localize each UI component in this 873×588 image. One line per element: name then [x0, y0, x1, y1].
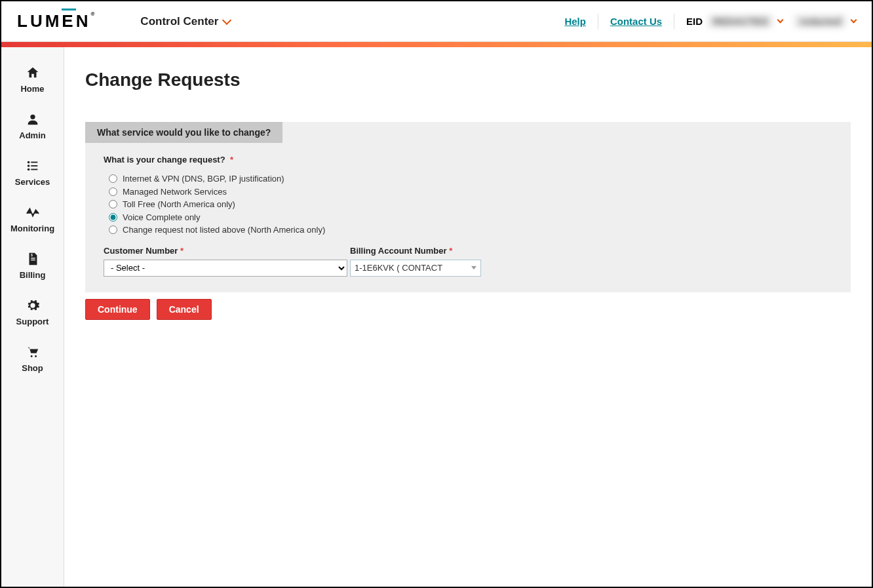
billing-account-combobox[interactable]: 1-1E6KVK ( CONTACT — [350, 260, 481, 277]
radio-input[interactable] — [109, 174, 117, 183]
eid-menu[interactable]: EID REDACTED — [674, 14, 783, 28]
svg-rect-2 — [31, 162, 37, 163]
sidebar-item-label: Home — [20, 84, 44, 94]
sidebar-item-admin[interactable]: Admin — [1, 112, 64, 140]
continue-button[interactable]: Continue — [85, 299, 150, 320]
svg-point-3 — [27, 165, 29, 167]
home-icon — [26, 66, 40, 80]
radio-option-voice-complete[interactable]: Voice Complete only — [109, 211, 832, 224]
gear-icon — [26, 298, 40, 313]
lumen-logo: LUMEN® — [17, 11, 94, 31]
radio-label: Toll Free (North America only) — [123, 198, 235, 211]
svg-point-0 — [30, 115, 35, 119]
eid-value: REDACTED — [708, 14, 773, 28]
svg-point-10 — [30, 355, 32, 357]
question-label: What is your change request? * — [104, 155, 832, 165]
main-content: Change Requests What service would you l… — [64, 47, 872, 587]
customer-number-label: Customer Number * — [104, 246, 347, 256]
activity-icon — [26, 205, 40, 220]
sidebar-item-label: Shop — [22, 363, 43, 373]
sidebar-item-monitoring[interactable]: Monitoring — [1, 205, 64, 233]
chevron-down-icon — [222, 15, 231, 24]
sidebar: Home Admin Services Monitoring $ Billing… — [1, 47, 64, 587]
billing-account-label: Billing Account Number * — [350, 246, 481, 256]
sidebar-item-services[interactable]: Services — [1, 159, 64, 187]
cancel-button[interactable]: Cancel — [157, 299, 212, 320]
user-name: redacted — [794, 14, 846, 28]
change-request-panel: What service would you like to change? W… — [85, 122, 851, 292]
chevron-down-icon — [851, 17, 857, 24]
radio-label: Voice Complete only — [123, 211, 201, 224]
sidebar-item-label: Monitoring — [10, 224, 54, 233]
sidebar-item-label: Services — [15, 177, 50, 187]
caret-down-icon — [471, 266, 476, 269]
user-icon — [26, 112, 40, 127]
sidebar-item-shop[interactable]: Shop — [1, 345, 64, 373]
radio-input[interactable] — [109, 200, 117, 208]
sidebar-item-label: Support — [16, 317, 49, 326]
svg-point-1 — [27, 161, 29, 164]
action-buttons: Continue Cancel — [85, 299, 851, 320]
header-right: Help Contact Us EID REDACTED redacted — [553, 14, 856, 29]
sidebar-item-billing[interactable]: $ Billing — [1, 252, 64, 280]
user-menu[interactable]: redacted — [783, 14, 856, 28]
help-link[interactable]: Help — [553, 16, 598, 27]
page-title: Change Requests — [85, 69, 851, 90]
invoice-icon: $ — [26, 252, 40, 266]
svg-rect-6 — [31, 169, 37, 170]
app-name-label: Control Center — [140, 15, 218, 28]
billing-account-field: Billing Account Number * 1-1E6KVK ( CONT… — [350, 246, 481, 277]
gradient-bar — [1, 42, 872, 47]
radio-label: Change request not listed above (North A… — [123, 224, 325, 237]
global-header: LUMEN® Control Center Help Contact Us EI… — [1, 1, 872, 42]
radio-option-internet-vpn[interactable]: Internet & VPN (DNS, BGP, IP justificati… — [109, 172, 832, 186]
svg-point-11 — [35, 355, 37, 357]
eid-label: EID — [686, 16, 703, 27]
customer-number-field: Customer Number * - Select - — [104, 246, 347, 277]
change-request-radio-group: Internet & VPN (DNS, BGP, IP justificati… — [109, 172, 832, 237]
radio-label: Internet & VPN (DNS, BGP, IP justificati… — [123, 172, 284, 186]
radio-input[interactable] — [109, 213, 117, 222]
panel-header: What service would you like to change? — [85, 122, 282, 143]
svg-rect-7 — [31, 258, 35, 258]
list-icon — [26, 159, 40, 173]
radio-label: Managed Network Services — [123, 186, 227, 199]
radio-option-not-listed[interactable]: Change request not listed above (North A… — [109, 224, 832, 237]
cart-icon — [26, 345, 40, 359]
billing-account-value: 1-1E6KVK ( CONTACT — [355, 263, 442, 273]
svg-point-5 — [27, 168, 29, 171]
sidebar-item-home[interactable]: Home — [1, 66, 64, 94]
radio-option-managed-network[interactable]: Managed Network Services — [109, 186, 832, 199]
radio-input[interactable] — [109, 225, 117, 234]
app-switcher[interactable]: Control Center — [140, 15, 230, 28]
radio-input[interactable] — [109, 187, 117, 196]
svg-rect-8 — [31, 260, 35, 260]
contact-us-link[interactable]: Contact Us — [598, 16, 674, 27]
sidebar-item-support[interactable]: Support — [1, 298, 64, 326]
radio-option-toll-free[interactable]: Toll Free (North America only) — [109, 198, 832, 211]
svg-rect-4 — [31, 165, 37, 167]
sidebar-item-label: Admin — [19, 130, 45, 140]
customer-number-select[interactable]: - Select - — [104, 260, 347, 277]
sidebar-item-label: Billing — [20, 270, 46, 280]
